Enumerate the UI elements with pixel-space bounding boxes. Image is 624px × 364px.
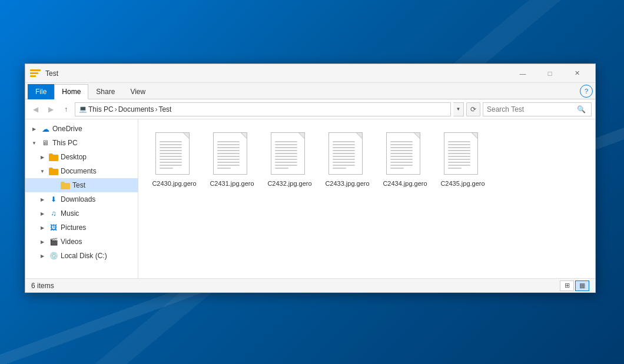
doc-line (275, 141, 297, 142)
address-dropdown[interactable]: ▼ (453, 102, 464, 116)
doc-line (448, 168, 462, 169)
file-item[interactable]: C2434.jpg.gero (379, 129, 432, 191)
doc-line (390, 162, 413, 163)
ribbon-tabs: File Home Share View ? (25, 83, 595, 99)
doc-line (217, 147, 240, 148)
doc-line (448, 162, 470, 163)
up-button[interactable]: ↑ (59, 103, 72, 116)
address-path[interactable]: 💻 This PC › Documents › Test (75, 102, 451, 116)
sidebar-item-onedrive[interactable]: ▶ ☁ OneDrive (25, 122, 138, 136)
forward-button[interactable]: ▶ (44, 103, 57, 116)
thispc-path-label: This PC (88, 105, 114, 113)
tab-share[interactable]: Share (88, 84, 122, 99)
doc-line (275, 168, 288, 169)
tab-home[interactable]: Home (54, 84, 88, 99)
doc-line (160, 144, 182, 145)
doc-line (217, 162, 240, 163)
sidebar-item-pictures[interactable]: ▶ 🖼 Pictures (25, 221, 138, 235)
file-item[interactable]: C2431.jpg.gero (205, 129, 258, 191)
localdisk-label: Local Disk (C:) (61, 252, 107, 260)
doc-page-icon (155, 132, 190, 175)
thispc-path-icon: 💻 (79, 105, 87, 113)
main-area: ▶ ☁ OneDrive ▼ 🖥 This PC ▶ (25, 119, 595, 278)
window-controls: — □ ✕ (509, 64, 590, 83)
help-button[interactable]: ? (580, 85, 593, 98)
doc-line (333, 150, 355, 151)
doc-page-icon (444, 132, 478, 175)
doc-line (390, 144, 413, 145)
view-buttons: ⊞ ▦ (560, 280, 589, 291)
doc-line (160, 165, 182, 166)
tab-view[interactable]: View (122, 84, 153, 99)
address-bar: ◀ ▶ ↑ 💻 This PC › Documents › Test ▼ ⟳ 🔍 (25, 99, 595, 119)
doc-line (160, 153, 182, 154)
close-button[interactable]: ✕ (563, 64, 590, 83)
sidebar-item-documents[interactable]: ▼ Documents (25, 164, 138, 178)
file-item[interactable]: C2433.jpg.gero (321, 129, 374, 191)
refresh-button[interactable]: ⟳ (466, 102, 480, 116)
maximize-button[interactable]: □ (536, 64, 563, 83)
sidebar-item-test[interactable]: Test (25, 178, 138, 192)
doc-line (333, 144, 355, 145)
sidebar-item-videos[interactable]: ▶ 🎬 Videos (25, 235, 138, 249)
doc-line (448, 147, 470, 148)
doc-line (160, 147, 182, 148)
file-name: C2435.jpg.gero (440, 179, 484, 188)
sidebar-item-thispc[interactable]: ▼ 🖥 This PC (25, 136, 138, 150)
search-input[interactable] (487, 105, 575, 113)
doc-lines (217, 141, 240, 169)
pictures-label: Pictures (61, 223, 86, 232)
file-item[interactable]: C2430.jpg.gero (148, 129, 201, 191)
file-item[interactable]: C2435.jpg.gero (436, 129, 489, 191)
doc-page-icon (386, 132, 420, 175)
onedrive-label: OneDrive (52, 125, 82, 133)
file-icon (155, 132, 193, 177)
doc-line (160, 141, 182, 142)
back-button[interactable]: ◀ (29, 103, 42, 116)
file-item[interactable]: C2432.jpg.gero (263, 129, 316, 191)
sidebar-item-localdisk[interactable]: ▶ 💿 Local Disk (C:) (25, 249, 138, 263)
search-icon-button[interactable]: 🔍 (575, 105, 588, 113)
doc-line (448, 165, 470, 166)
sidebar-item-music[interactable]: ▶ ♫ Music (25, 206, 138, 221)
details-view-button[interactable]: ⊞ (560, 280, 574, 291)
videos-label: Videos (61, 238, 82, 246)
sidebar-item-downloads[interactable]: ▶ ⬇ Downloads (25, 192, 138, 206)
tab-file[interactable]: File (28, 84, 54, 99)
expand-pictures: ▶ (38, 223, 47, 232)
file-name: C2434.jpg.gero (383, 179, 427, 188)
status-bar: 6 items ⊞ ▦ (25, 278, 595, 292)
doc-line (217, 150, 240, 151)
expand-music: ▶ (38, 209, 47, 218)
music-label: Music (61, 209, 79, 218)
large-icon-view-button[interactable]: ▦ (575, 280, 589, 291)
sidebar: ▶ ☁ OneDrive ▼ 🖥 This PC ▶ (25, 119, 138, 278)
window-title: Test (45, 69, 509, 78)
doc-line (448, 153, 470, 154)
expand-localdisk: ▶ (38, 252, 47, 260)
doc-lines (160, 141, 182, 169)
desktop-folder-icon (49, 152, 58, 162)
doc-line (390, 153, 413, 154)
music-icon: ♫ (49, 209, 58, 218)
documents-path-label: Documents (118, 105, 154, 113)
doc-line (160, 156, 182, 157)
doc-line (448, 156, 470, 157)
search-box[interactable]: 🔍 (483, 102, 592, 116)
doc-line (390, 141, 413, 142)
doc-line (333, 156, 355, 157)
documents-folder-icon (49, 166, 58, 176)
doc-line (217, 168, 231, 169)
minimize-button[interactable]: — (509, 64, 536, 83)
doc-line (333, 159, 355, 160)
doc-line (217, 153, 240, 154)
documents-label: Documents (61, 167, 97, 175)
sidebar-item-desktop[interactable]: ▶ Desktop (25, 150, 138, 164)
doc-line (160, 159, 182, 160)
path-sep-2: › (155, 105, 157, 113)
doc-line (275, 162, 297, 163)
doc-line (448, 150, 470, 151)
doc-lines (275, 141, 297, 169)
path-sep-1: › (115, 105, 117, 113)
file-name: C2430.jpg.gero (152, 179, 196, 188)
